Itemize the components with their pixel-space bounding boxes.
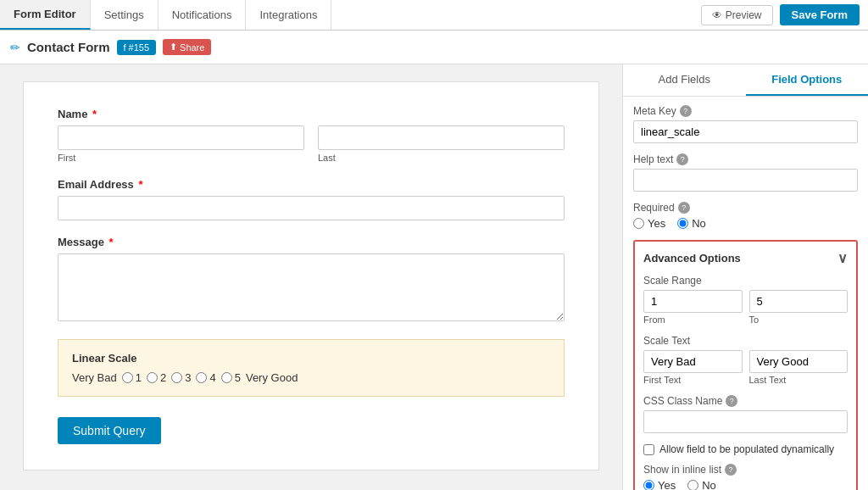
scale-radio-5[interactable]: [221, 372, 232, 383]
required-label: Required ?: [633, 202, 858, 214]
message-textarea[interactable]: [58, 253, 565, 321]
linear-scale-options: Very Bad 1 2 3 4 5 Very Good: [72, 371, 550, 384]
required-star: *: [92, 108, 97, 120]
form-field-email: Email Address *: [58, 178, 565, 220]
show-inline-no-radio[interactable]: [687, 480, 698, 490]
scale-range-group: Scale Range From To: [643, 275, 848, 325]
form-wrapper: Name * First Last Email Addr: [23, 81, 599, 471]
show-inline-group: Show in inline list ? Yes No: [643, 464, 848, 490]
share-icon: ⬆: [170, 42, 177, 53]
share-button[interactable]: ⬆ Share: [163, 39, 211, 55]
css-class-help-icon[interactable]: ?: [726, 395, 737, 407]
meta-key-input[interactable]: [633, 120, 858, 143]
scale-text-group: Scale Text First Text Last Text: [643, 335, 848, 385]
required-no-label[interactable]: No: [677, 217, 706, 230]
tab-add-fields[interactable]: Add Fields: [623, 64, 746, 96]
panel-tabs: Add Fields Field Options: [623, 64, 868, 97]
scale-radio-3[interactable]: [171, 372, 182, 383]
scale-to-col: To: [749, 290, 849, 325]
scale-radio-2[interactable]: [147, 372, 158, 383]
main-layout: Name * First Last Email Addr: [0, 64, 868, 490]
linear-scale-field: Linear Scale Very Bad 1 2 3 4 5 Very Goo…: [58, 339, 565, 397]
top-nav: Form Editor Settings Notifications Integ…: [0, 0, 868, 31]
css-class-label: CSS Class Name ?: [643, 395, 848, 407]
message-required-star: *: [109, 236, 114, 248]
required-group: Required ? Yes No: [633, 202, 858, 230]
css-class-group: CSS Class Name ?: [643, 395, 848, 433]
first-text-input[interactable]: [643, 350, 743, 373]
last-text-col: Last Text: [749, 350, 849, 385]
last-text-input[interactable]: [749, 350, 849, 373]
scale-from-input[interactable]: [643, 290, 743, 313]
scale-range-row: From To: [643, 290, 848, 325]
email-label: Email Address *: [58, 178, 565, 191]
scale-option-5[interactable]: 5: [221, 371, 241, 384]
required-yes-label[interactable]: Yes: [633, 217, 665, 230]
advanced-options-box: Advanced Options ∨ Scale Range From To: [633, 240, 858, 490]
tab-field-options[interactable]: Field Options: [746, 64, 869, 96]
advanced-options-header: Advanced Options ∨: [643, 250, 848, 266]
advanced-options-title: Advanced Options: [643, 252, 741, 264]
help-text-help-icon[interactable]: ?: [676, 153, 688, 165]
scale-option-4[interactable]: 4: [196, 371, 215, 384]
form-field-name: Name * First Last: [58, 108, 565, 163]
tab-form-editor[interactable]: Form Editor: [0, 0, 91, 30]
email-required-star: *: [138, 178, 142, 191]
advanced-options-collapse-icon[interactable]: ∨: [837, 250, 848, 266]
show-inline-no-label[interactable]: No: [687, 479, 716, 490]
dynamic-checkbox-row: Allow field to be populated dynamically: [643, 443, 848, 455]
first-name-label: First: [58, 153, 304, 163]
first-text-col: First Text: [643, 350, 743, 385]
required-radio-group: Yes No: [633, 217, 858, 230]
help-text-input[interactable]: [633, 169, 858, 192]
scale-left-label: Very Bad: [72, 371, 117, 384]
facebook-icon: f: [124, 42, 126, 53]
form-field-message: Message *: [58, 236, 565, 324]
first-text-label: First Text: [643, 375, 743, 385]
edit-icon: ✏: [10, 41, 20, 54]
required-help-icon[interactable]: ?: [678, 202, 690, 214]
css-class-input[interactable]: [643, 410, 848, 433]
scale-option-3[interactable]: 3: [171, 371, 191, 384]
scale-option-1[interactable]: 1: [122, 371, 142, 384]
required-no-radio[interactable]: [677, 218, 688, 229]
last-name-col: Last: [318, 125, 565, 163]
scale-to-input[interactable]: [749, 290, 849, 313]
save-form-button[interactable]: Save Form: [780, 4, 860, 25]
scale-radio-4[interactable]: [196, 372, 207, 383]
first-name-col: First: [58, 125, 304, 163]
show-inline-yes-radio[interactable]: [643, 480, 654, 490]
scale-text-row: First Text Last Text: [643, 350, 848, 385]
first-name-input[interactable]: [58, 125, 304, 150]
scale-option-2[interactable]: 2: [147, 371, 166, 384]
sub-header: ✏ Contact Form f #155 ⬆ Share: [0, 31, 868, 64]
page-title: Contact Form: [27, 40, 110, 54]
submit-button[interactable]: Submit Query: [58, 417, 161, 444]
scale-from-col: From: [643, 290, 743, 325]
message-label: Message *: [58, 236, 565, 248]
preview-button[interactable]: 👁 Preview: [701, 5, 773, 25]
help-text-label: Help text ?: [633, 153, 858, 165]
meta-key-help-icon[interactable]: ?: [680, 105, 692, 117]
required-yes-radio[interactable]: [633, 218, 644, 229]
eye-icon: 👁: [712, 9, 722, 21]
form-canvas: Name * First Last Email Addr: [0, 64, 622, 490]
show-inline-yes-label[interactable]: Yes: [643, 479, 676, 490]
form-id-badge[interactable]: f #155: [117, 40, 157, 55]
name-label: Name *: [58, 108, 565, 120]
tab-notifications[interactable]: Notifications: [159, 0, 247, 30]
last-text-label: Last Text: [749, 375, 849, 385]
dynamic-checkbox[interactable]: [643, 444, 654, 455]
email-input[interactable]: [58, 196, 565, 220]
linear-scale-title: Linear Scale: [72, 352, 550, 365]
last-name-input[interactable]: [318, 125, 565, 150]
scale-right-label: Very Good: [246, 371, 298, 384]
name-field-row: First Last: [58, 125, 565, 163]
top-nav-right: 👁 Preview Save Form: [693, 0, 868, 30]
tab-integrations[interactable]: Integrations: [246, 0, 331, 30]
to-label: To: [749, 315, 849, 325]
tab-settings[interactable]: Settings: [91, 0, 159, 30]
help-text-group: Help text ?: [633, 153, 858, 192]
show-inline-help-icon[interactable]: ?: [725, 464, 737, 476]
scale-radio-1[interactable]: [122, 372, 133, 383]
